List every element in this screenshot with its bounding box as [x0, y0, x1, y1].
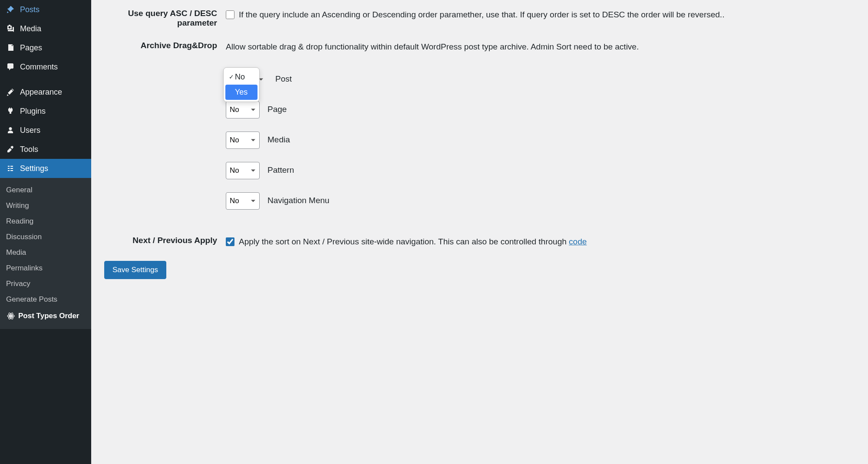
sidebar-label: Settings — [20, 164, 48, 173]
sidebar-item-comments[interactable]: Comments — [0, 57, 91, 76]
select-navigation-menu[interactable]: No — [226, 192, 260, 210]
sidebar-label: Posts — [20, 5, 40, 14]
submenu-permalinks[interactable]: Permalinks — [0, 260, 91, 276]
sidebar-item-pages[interactable]: Pages — [0, 38, 91, 57]
archive-row-page: No Page — [226, 101, 855, 118]
submenu-media[interactable]: Media — [0, 245, 91, 260]
pin-icon — [5, 4, 16, 15]
settings-content: Use query ASC / DESC parameter If the qu… — [91, 0, 868, 464]
sidebar-item-appearance[interactable]: Appearance — [0, 82, 91, 102]
comment-icon — [5, 62, 16, 72]
sidebar-item-posts[interactable]: Posts — [0, 0, 91, 19]
field-next-previous: Apply the sort on Next / Previous site-w… — [226, 236, 855, 248]
svg-point-0 — [10, 316, 12, 317]
field-archive-drag-drop: Allow sortable drag & drop functionality… — [226, 41, 855, 223]
settings-form: Use query ASC / DESC parameter If the qu… — [104, 9, 855, 279]
sidebar-label: Users — [20, 126, 40, 135]
submenu-reading[interactable]: Reading — [0, 214, 91, 229]
admin-sidebar: Posts Media Pages Comments Appearance Pl… — [0, 0, 91, 464]
plugin-icon — [5, 106, 16, 116]
submenu-general[interactable]: General — [0, 182, 91, 198]
sidebar-label: Plugins — [20, 107, 46, 116]
brush-icon — [5, 87, 16, 97]
archive-row-media: No Media — [226, 132, 855, 149]
submenu-post-types-order[interactable]: Post Types Order — [0, 307, 91, 325]
checkbox-query-asc-desc[interactable] — [226, 10, 234, 19]
select-pattern[interactable]: No — [226, 162, 260, 179]
sidebar-item-settings[interactable]: Settings — [0, 159, 91, 178]
sidebar-item-media[interactable]: Media — [0, 19, 91, 38]
post-type-label-pattern: Pattern — [267, 164, 294, 177]
desc-query-asc-desc: If the query include an Ascending or Des… — [239, 9, 724, 21]
label-query-asc-desc: Use query ASC / DESC parameter — [104, 9, 226, 28]
code-link[interactable]: code — [569, 237, 587, 246]
row-next-previous-apply: Next / Previous Apply Apply the sort on … — [104, 236, 855, 248]
archive-row-navigation-menu: No Navigation Menu — [226, 192, 855, 210]
media-icon — [5, 23, 16, 34]
submenu-discussion[interactable]: Discussion — [0, 229, 91, 245]
sidebar-label: Media — [20, 24, 41, 33]
settings-submenu: General Writing Reading Discussion Media… — [0, 178, 91, 329]
menu-separator — [0, 76, 91, 82]
label-next-previous: Next / Previous Apply — [104, 236, 226, 245]
submenu-privacy[interactable]: Privacy — [0, 276, 91, 292]
sidebar-item-plugins[interactable]: Plugins — [0, 102, 91, 121]
save-settings-button[interactable]: Save Settings — [104, 261, 166, 279]
label-archive-drag-drop: Archive Drag&Drop — [104, 41, 226, 50]
dropdown-option-yes[interactable]: Yes — [225, 85, 257, 100]
user-icon — [5, 125, 16, 135]
post-type-label-media: Media — [267, 134, 290, 146]
page-icon — [5, 43, 16, 53]
wrench-icon — [5, 144, 16, 155]
select-post-dropdown: ✓ No Yes — [223, 67, 260, 102]
settings-icon — [5, 163, 16, 174]
dropdown-option-no[interactable]: ✓ No — [225, 69, 257, 85]
desc-archive-drag-drop: Allow sortable drag & drop functionality… — [226, 41, 855, 53]
check-icon: ✓ — [229, 72, 235, 82]
post-type-label-post: Post — [275, 73, 292, 86]
sidebar-label: Comments — [20, 63, 58, 72]
checkbox-next-previous[interactable] — [226, 237, 234, 246]
select-media[interactable]: No — [226, 132, 260, 149]
sidebar-label: Pages — [20, 43, 42, 53]
submenu-generate-posts[interactable]: Generate Posts — [0, 292, 91, 307]
archive-row-post: No ✓ No Yes Pos — [226, 71, 855, 88]
atom-icon — [6, 311, 16, 321]
sidebar-item-users[interactable]: Users — [0, 121, 91, 140]
select-page[interactable]: No — [226, 101, 260, 118]
sidebar-label: Tools — [20, 145, 38, 154]
desc-next-previous: Apply the sort on Next / Previous site-w… — [239, 236, 587, 248]
post-type-label-navigation-menu: Navigation Menu — [267, 194, 330, 207]
row-archive-drag-drop: Archive Drag&Drop Allow sortable drag & … — [104, 41, 855, 223]
submenu-writing[interactable]: Writing — [0, 198, 91, 214]
sidebar-label: Appearance — [20, 88, 62, 97]
sidebar-item-tools[interactable]: Tools — [0, 140, 91, 159]
archive-row-pattern: No Pattern — [226, 162, 855, 179]
field-query-asc-desc: If the query include an Ascending or Des… — [226, 9, 855, 21]
row-query-asc-desc: Use query ASC / DESC parameter If the qu… — [104, 9, 855, 28]
submenu-label: Post Types Order — [18, 312, 79, 320]
post-type-label-page: Page — [267, 103, 287, 116]
